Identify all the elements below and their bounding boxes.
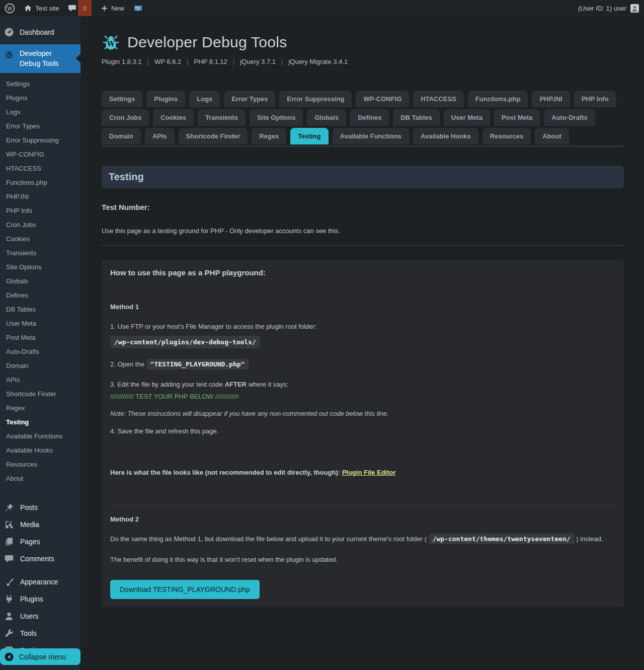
- sidebar-item-php-info[interactable]: PHP Info: [0, 204, 80, 218]
- media-icon: [4, 519, 14, 530]
- site-name-link[interactable]: Test site: [20, 0, 64, 16]
- menu-item-pages[interactable]: Pages: [0, 533, 80, 550]
- home-icon: [24, 5, 32, 12]
- tab-regex[interactable]: Regex: [252, 128, 286, 144]
- sidebar-item-cookies[interactable]: Cookies: [0, 232, 80, 246]
- sidebar-item-wp-config[interactable]: WP-CONFIG: [0, 147, 80, 162]
- plugin-bug-icon: W: [102, 33, 120, 51]
- sidebar-item-shortcode-finder[interactable]: Shortcode Finder: [0, 387, 80, 401]
- menu-item-media[interactable]: Media: [0, 516, 80, 533]
- step-2-text: 2. Open the: [110, 360, 144, 368]
- sidebar-item-available-hooks[interactable]: Available Hooks: [0, 443, 80, 458]
- sidebar-item-error-types[interactable]: Error Types: [0, 119, 80, 133]
- admin-bar: W Test site 0 New (User ID: 1) user: [0, 0, 644, 16]
- tab-settings[interactable]: Settings: [102, 91, 142, 107]
- tab-available-hooks[interactable]: Available Hooks: [413, 128, 478, 144]
- menu-item-plugins[interactable]: Plugins: [0, 590, 80, 608]
- tab-site-options[interactable]: Site Options: [250, 109, 303, 126]
- menu-item-comments[interactable]: Comments: [0, 550, 80, 567]
- user-account-label[interactable]: (User ID: 1) user: [578, 5, 626, 12]
- tab-post-meta[interactable]: Post Meta: [494, 109, 540, 126]
- tab-error-suppressing[interactable]: Error Suppressing: [279, 91, 352, 107]
- sidebar-item-resources[interactable]: Resources: [0, 458, 80, 472]
- tab-domain[interactable]: Domain: [102, 128, 141, 144]
- tab-apis[interactable]: APIs: [145, 128, 175, 144]
- sidebar-item-post-meta[interactable]: Post Meta: [0, 331, 80, 345]
- tab-about[interactable]: About: [535, 128, 569, 144]
- wordpress-logo-icon[interactable]: W: [0, 0, 20, 16]
- sidebar-item-regex[interactable]: Regex: [0, 401, 80, 415]
- sidebar-item-settings[interactable]: Settings: [0, 77, 80, 91]
- tab-htaccess[interactable]: HTACCESS: [413, 91, 464, 107]
- tab-cron-jobs[interactable]: Cron Jobs: [102, 109, 149, 126]
- menu-item-developer-debug-tools[interactable]: W Developer Debug Tools: [0, 44, 80, 73]
- sidebar-item-plugins[interactable]: Plugins: [0, 91, 80, 105]
- main-content: W Developer Debug Tools Plugin 1.8.3.1|W…: [80, 16, 644, 670]
- tab-transients[interactable]: Transients: [198, 109, 246, 126]
- sidebar-item-transients[interactable]: Transients: [0, 246, 80, 260]
- sidebar-item-functions-php[interactable]: Functions.php: [0, 176, 80, 190]
- book-icon[interactable]: [129, 0, 147, 16]
- php-comment-line: ///////////// TEST YOUR PHP BELOW //////…: [110, 393, 615, 400]
- header-meta-item: WP 6.6.2: [154, 58, 181, 65]
- header-meta-item: Plugin 1.8.3.1: [102, 58, 142, 65]
- inner-divider: [110, 505, 615, 505]
- collapse-menu-button[interactable]: Collapse menu: [0, 648, 80, 665]
- comments-bubble-icon[interactable]: [64, 0, 78, 16]
- tab-php-info[interactable]: PHP Info: [574, 91, 616, 107]
- tab-wp-config[interactable]: WP-CONFIG: [356, 91, 409, 107]
- tab-resources[interactable]: Resources: [482, 128, 531, 144]
- menu-item-dashboard[interactable]: Dashboard: [0, 23, 80, 41]
- file-editor-line: Here is what the file looks like (not re…: [110, 469, 615, 476]
- tab-error-types[interactable]: Error Types: [224, 91, 275, 107]
- menu-item-users[interactable]: Users: [0, 608, 80, 625]
- tab-functions-php[interactable]: Functions.php: [468, 91, 528, 107]
- sidebar-item-apis[interactable]: APIs: [0, 373, 80, 387]
- header-meta-item: jQuery 3.7.1: [240, 58, 276, 65]
- sidebar-item-globals[interactable]: Globals: [0, 274, 80, 288]
- comment-count-badge[interactable]: 0: [78, 0, 92, 16]
- sidebar-item-domain[interactable]: Domain: [0, 359, 80, 373]
- step-3: 3. Edit the file by adding your test cod…: [110, 380, 615, 390]
- menu-item-tools[interactable]: Tools: [0, 625, 80, 642]
- tab-plugins[interactable]: Plugins: [146, 91, 185, 107]
- sidebar-item-logs[interactable]: Logs: [0, 105, 80, 119]
- tab-shortcode-finder[interactable]: Shortcode Finder: [179, 128, 248, 144]
- new-content-button[interactable]: New: [97, 0, 129, 16]
- sidebar-item-error-suppressing[interactable]: Error Suppressing: [0, 133, 80, 147]
- sidebar-item-php-ini[interactable]: PHP.INI: [0, 190, 80, 204]
- tab-user-meta[interactable]: User Meta: [444, 109, 490, 126]
- menu-item-appearance[interactable]: Appearance: [0, 573, 80, 590]
- sidebar-item-testing[interactable]: Testing: [0, 415, 80, 429]
- tab-available-functions[interactable]: Available Functions: [333, 128, 409, 144]
- sidebar-item-defines[interactable]: Defines: [0, 288, 80, 303]
- sidebar-item-site-options[interactable]: Site Options: [0, 260, 80, 274]
- sidebar-item-auto-drafts[interactable]: Auto-Drafts: [0, 345, 80, 359]
- pages-icon: [4, 537, 14, 547]
- menu-item-posts[interactable]: Posts: [0, 499, 80, 516]
- sidebar-item-htaccess[interactable]: HTACCESS: [0, 162, 80, 176]
- sidebar-item-user-meta[interactable]: User Meta: [0, 317, 80, 331]
- sidebar-item-available-functions[interactable]: Available Functions: [0, 429, 80, 443]
- sidebar-item-about[interactable]: About: [0, 472, 80, 486]
- tab-cookies[interactable]: Cookies: [153, 109, 194, 126]
- tab-testing[interactable]: Testing: [290, 128, 328, 144]
- tab-logs[interactable]: Logs: [189, 91, 220, 107]
- tab-auto-drafts[interactable]: Auto-Drafts: [544, 109, 595, 126]
- tab-defines[interactable]: Defines: [350, 109, 389, 126]
- menu-item-label: Plugins: [20, 595, 43, 603]
- meta-separator: |: [233, 58, 234, 65]
- tab-php-ini[interactable]: PHP.INI: [532, 91, 570, 107]
- version-meta-line: Plugin 1.8.3.1|WP 6.6.2|PHP 8.1.12|jQuer…: [102, 58, 624, 65]
- plugin-file-editor-link[interactable]: Plugin File Editor: [342, 469, 396, 476]
- tab-globals[interactable]: Globals: [307, 109, 346, 126]
- tab-db-tables[interactable]: DB Tables: [393, 109, 440, 126]
- menu-item-label: Comments: [20, 555, 54, 563]
- download-playground-button[interactable]: Download TESTING_PLAYGROUND.php: [110, 580, 260, 599]
- sidebar-item-cron-jobs[interactable]: Cron Jobs: [0, 218, 80, 232]
- core-menu-lower: AppearancePluginsUsersToolsSettings: [0, 573, 80, 659]
- playground-filename: "TESTING_PLAYGROUND.php": [146, 359, 249, 369]
- avatar[interactable]: [630, 4, 639, 13]
- file-editor-text: Here is what the file looks like (not re…: [110, 469, 340, 476]
- sidebar-item-db-tables[interactable]: DB Tables: [0, 303, 80, 317]
